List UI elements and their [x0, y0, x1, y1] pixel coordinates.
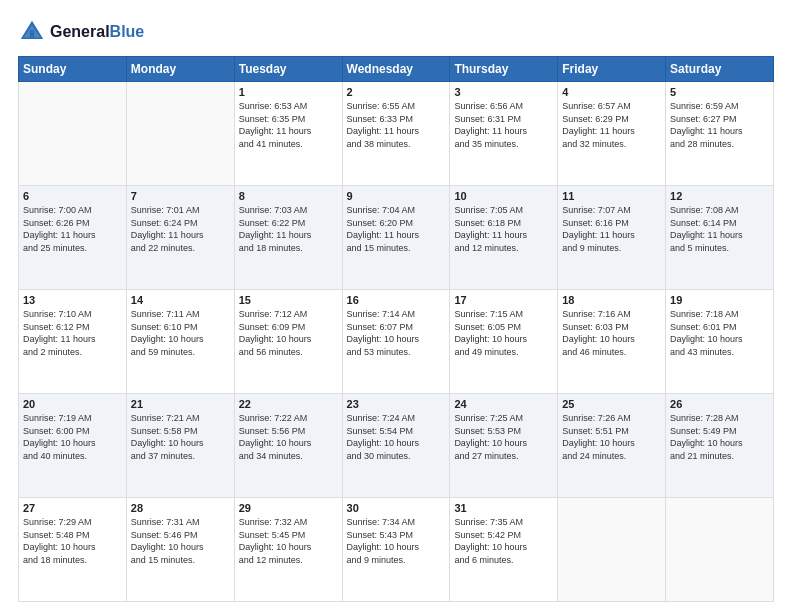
calendar-cell: 12Sunrise: 7:08 AM Sunset: 6:14 PM Dayli… [666, 186, 774, 290]
day-number: 21 [131, 398, 230, 410]
calendar-cell [666, 498, 774, 602]
day-number: 6 [23, 190, 122, 202]
logo-icon [18, 18, 46, 46]
day-number: 4 [562, 86, 661, 98]
weekday-header-tuesday: Tuesday [234, 57, 342, 82]
cell-content: Sunrise: 7:26 AM Sunset: 5:51 PM Dayligh… [562, 412, 661, 462]
calendar-cell: 26Sunrise: 7:28 AM Sunset: 5:49 PM Dayli… [666, 394, 774, 498]
day-number: 7 [131, 190, 230, 202]
day-number: 1 [239, 86, 338, 98]
cell-content: Sunrise: 6:59 AM Sunset: 6:27 PM Dayligh… [670, 100, 769, 150]
day-number: 11 [562, 190, 661, 202]
cell-content: Sunrise: 7:05 AM Sunset: 6:18 PM Dayligh… [454, 204, 553, 254]
calendar-cell: 8Sunrise: 7:03 AM Sunset: 6:22 PM Daylig… [234, 186, 342, 290]
cell-content: Sunrise: 7:21 AM Sunset: 5:58 PM Dayligh… [131, 412, 230, 462]
day-number: 19 [670, 294, 769, 306]
cell-content: Sunrise: 6:57 AM Sunset: 6:29 PM Dayligh… [562, 100, 661, 150]
calendar-page: GeneralBlue SundayMondayTuesdayWednesday… [0, 0, 792, 612]
cell-content: Sunrise: 7:08 AM Sunset: 6:14 PM Dayligh… [670, 204, 769, 254]
weekday-header-thursday: Thursday [450, 57, 558, 82]
weekday-header-sunday: Sunday [19, 57, 127, 82]
calendar-cell: 13Sunrise: 7:10 AM Sunset: 6:12 PM Dayli… [19, 290, 127, 394]
day-number: 30 [347, 502, 446, 514]
header: GeneralBlue [18, 18, 774, 46]
cell-content: Sunrise: 7:12 AM Sunset: 6:09 PM Dayligh… [239, 308, 338, 358]
day-number: 13 [23, 294, 122, 306]
calendar-cell: 1Sunrise: 6:53 AM Sunset: 6:35 PM Daylig… [234, 82, 342, 186]
calendar-cell: 18Sunrise: 7:16 AM Sunset: 6:03 PM Dayli… [558, 290, 666, 394]
calendar-cell: 16Sunrise: 7:14 AM Sunset: 6:07 PM Dayli… [342, 290, 450, 394]
calendar-cell: 14Sunrise: 7:11 AM Sunset: 6:10 PM Dayli… [126, 290, 234, 394]
calendar-cell: 29Sunrise: 7:32 AM Sunset: 5:45 PM Dayli… [234, 498, 342, 602]
weekday-header-row: SundayMondayTuesdayWednesdayThursdayFrid… [19, 57, 774, 82]
calendar-cell: 30Sunrise: 7:34 AM Sunset: 5:43 PM Dayli… [342, 498, 450, 602]
day-number: 12 [670, 190, 769, 202]
calendar-cell: 10Sunrise: 7:05 AM Sunset: 6:18 PM Dayli… [450, 186, 558, 290]
cell-content: Sunrise: 7:25 AM Sunset: 5:53 PM Dayligh… [454, 412, 553, 462]
cell-content: Sunrise: 7:31 AM Sunset: 5:46 PM Dayligh… [131, 516, 230, 566]
day-number: 29 [239, 502, 338, 514]
day-number: 3 [454, 86, 553, 98]
cell-content: Sunrise: 7:10 AM Sunset: 6:12 PM Dayligh… [23, 308, 122, 358]
day-number: 17 [454, 294, 553, 306]
week-row-3: 20Sunrise: 7:19 AM Sunset: 6:00 PM Dayli… [19, 394, 774, 498]
cell-content: Sunrise: 7:15 AM Sunset: 6:05 PM Dayligh… [454, 308, 553, 358]
weekday-header-monday: Monday [126, 57, 234, 82]
day-number: 16 [347, 294, 446, 306]
day-number: 22 [239, 398, 338, 410]
calendar-cell: 17Sunrise: 7:15 AM Sunset: 6:05 PM Dayli… [450, 290, 558, 394]
cell-content: Sunrise: 7:14 AM Sunset: 6:07 PM Dayligh… [347, 308, 446, 358]
week-row-0: 1Sunrise: 6:53 AM Sunset: 6:35 PM Daylig… [19, 82, 774, 186]
day-number: 31 [454, 502, 553, 514]
weekday-header-friday: Friday [558, 57, 666, 82]
cell-content: Sunrise: 7:24 AM Sunset: 5:54 PM Dayligh… [347, 412, 446, 462]
calendar-table: SundayMondayTuesdayWednesdayThursdayFrid… [18, 56, 774, 602]
cell-content: Sunrise: 7:34 AM Sunset: 5:43 PM Dayligh… [347, 516, 446, 566]
day-number: 20 [23, 398, 122, 410]
calendar-cell: 3Sunrise: 6:56 AM Sunset: 6:31 PM Daylig… [450, 82, 558, 186]
calendar-cell: 25Sunrise: 7:26 AM Sunset: 5:51 PM Dayli… [558, 394, 666, 498]
calendar-cell: 24Sunrise: 7:25 AM Sunset: 5:53 PM Dayli… [450, 394, 558, 498]
calendar-cell: 20Sunrise: 7:19 AM Sunset: 6:00 PM Dayli… [19, 394, 127, 498]
week-row-2: 13Sunrise: 7:10 AM Sunset: 6:12 PM Dayli… [19, 290, 774, 394]
cell-content: Sunrise: 7:01 AM Sunset: 6:24 PM Dayligh… [131, 204, 230, 254]
day-number: 26 [670, 398, 769, 410]
cell-content: Sunrise: 7:29 AM Sunset: 5:48 PM Dayligh… [23, 516, 122, 566]
calendar-cell: 27Sunrise: 7:29 AM Sunset: 5:48 PM Dayli… [19, 498, 127, 602]
day-number: 5 [670, 86, 769, 98]
calendar-cell: 5Sunrise: 6:59 AM Sunset: 6:27 PM Daylig… [666, 82, 774, 186]
cell-content: Sunrise: 6:56 AM Sunset: 6:31 PM Dayligh… [454, 100, 553, 150]
cell-content: Sunrise: 7:11 AM Sunset: 6:10 PM Dayligh… [131, 308, 230, 358]
calendar-cell: 6Sunrise: 7:00 AM Sunset: 6:26 PM Daylig… [19, 186, 127, 290]
day-number: 9 [347, 190, 446, 202]
calendar-cell: 2Sunrise: 6:55 AM Sunset: 6:33 PM Daylig… [342, 82, 450, 186]
cell-content: Sunrise: 7:32 AM Sunset: 5:45 PM Dayligh… [239, 516, 338, 566]
calendar-cell [558, 498, 666, 602]
calendar-cell: 9Sunrise: 7:04 AM Sunset: 6:20 PM Daylig… [342, 186, 450, 290]
day-number: 14 [131, 294, 230, 306]
day-number: 27 [23, 502, 122, 514]
day-number: 23 [347, 398, 446, 410]
cell-content: Sunrise: 7:03 AM Sunset: 6:22 PM Dayligh… [239, 204, 338, 254]
cell-content: Sunrise: 7:35 AM Sunset: 5:42 PM Dayligh… [454, 516, 553, 566]
calendar-cell: 23Sunrise: 7:24 AM Sunset: 5:54 PM Dayli… [342, 394, 450, 498]
calendar-cell: 19Sunrise: 7:18 AM Sunset: 6:01 PM Dayli… [666, 290, 774, 394]
calendar-cell: 31Sunrise: 7:35 AM Sunset: 5:42 PM Dayli… [450, 498, 558, 602]
day-number: 10 [454, 190, 553, 202]
cell-content: Sunrise: 7:22 AM Sunset: 5:56 PM Dayligh… [239, 412, 338, 462]
cell-content: Sunrise: 7:16 AM Sunset: 6:03 PM Dayligh… [562, 308, 661, 358]
day-number: 2 [347, 86, 446, 98]
cell-content: Sunrise: 7:07 AM Sunset: 6:16 PM Dayligh… [562, 204, 661, 254]
weekday-header-wednesday: Wednesday [342, 57, 450, 82]
day-number: 25 [562, 398, 661, 410]
day-number: 15 [239, 294, 338, 306]
calendar-cell: 22Sunrise: 7:22 AM Sunset: 5:56 PM Dayli… [234, 394, 342, 498]
logo: GeneralBlue [18, 18, 144, 46]
cell-content: Sunrise: 7:04 AM Sunset: 6:20 PM Dayligh… [347, 204, 446, 254]
weekday-header-saturday: Saturday [666, 57, 774, 82]
cell-content: Sunrise: 7:19 AM Sunset: 6:00 PM Dayligh… [23, 412, 122, 462]
day-number: 28 [131, 502, 230, 514]
cell-content: Sunrise: 6:53 AM Sunset: 6:35 PM Dayligh… [239, 100, 338, 150]
cell-content: Sunrise: 6:55 AM Sunset: 6:33 PM Dayligh… [347, 100, 446, 150]
calendar-cell: 11Sunrise: 7:07 AM Sunset: 6:16 PM Dayli… [558, 186, 666, 290]
